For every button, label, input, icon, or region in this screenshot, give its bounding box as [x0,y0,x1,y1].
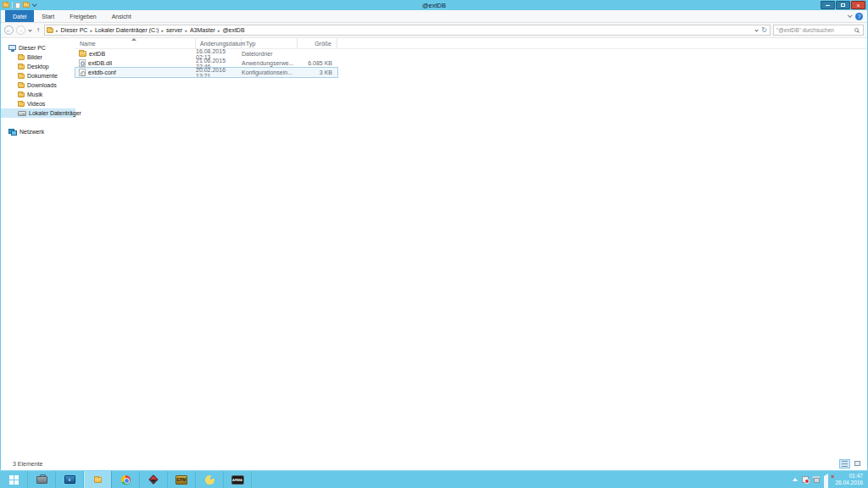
system-tray: 01:47 26.04.2016 [793,471,868,488]
epm-app-icon: EPM [175,475,187,485]
details-view-button[interactable] [839,459,850,469]
search-box[interactable] [773,25,864,36]
chrome-icon [121,475,131,485]
tab-ansicht[interactable]: Ansicht [104,10,139,22]
show-hidden-icons-chevron-icon[interactable] [793,478,798,481]
folder-icon [79,51,86,57]
minimize-ribbon-chevron-icon[interactable] [848,13,853,18]
qat-separator [12,2,13,8]
start-button[interactable] [0,471,28,488]
refresh-icon[interactable]: ↻ [761,27,767,34]
drive-icon [18,111,26,116]
folder-icon [18,55,25,60]
sidebar-item-dokumente[interactable]: Dokumente [1,71,75,80]
windows-logo-icon [9,475,19,485]
sidebar-item-label: Videos [27,101,45,107]
taskbar-server-manager-button[interactable] [28,471,56,488]
tab-freigeben[interactable]: Freigeben [62,10,104,22]
file-row-extdb-conf[interactable]: extdb-conf 20.02.2016 13:21 Konfiguratio… [75,68,337,77]
breadcrumb-server[interactable]: server [159,27,182,33]
help-icon[interactable]: ? [855,13,863,20]
address-dropdown-chevron-icon[interactable] [755,28,759,31]
view-toggles [839,459,863,469]
taskbar-chrome-button[interactable] [112,471,140,488]
file-name-cell: extdb-conf [75,69,196,76]
thumbnails-view-icon [854,461,860,466]
sidebar-item-label: Netzwerk [19,129,44,135]
explorer-app-icon[interactable] [3,3,9,8]
back-button[interactable]: ← [4,25,14,35]
file-type-cell: Dateiordner [242,51,298,57]
sidebar-item-lokaler-datentraeger[interactable]: Lokaler Datenträger [1,108,75,118]
properties-icon[interactable] [15,3,20,8]
taskbar-epm-button[interactable]: EPM [168,471,196,488]
file-name-cell: extDB.dll [75,59,196,67]
taskbar-clock[interactable]: 01:47 26.04.2016 [835,473,863,486]
file-explorer-icon [94,477,102,483]
breadcrumb-dieser-pc[interactable]: Dieser PC [53,27,87,33]
explorer-window: @extDB × Datei Start Freigeben Ansicht ?… [0,0,868,470]
ribbon-tab-row: Datei Start Freigeben Ansicht ? [1,10,867,23]
taskbar: › EPM ARMA 01:47 26.04.2016 [0,470,868,488]
sidebar-item-label: Bilder [27,54,42,60]
taskbar-file-explorer-button[interactable] [84,471,112,488]
sidebar-item-desktop[interactable]: Desktop [1,62,75,71]
pacman-app-icon [205,475,214,485]
config-file-icon [79,69,86,76]
volume-muted-icon[interactable] [824,476,831,483]
sidebar-item-dieser-pc[interactable]: Dieser PC [1,43,75,53]
taskbar-pacman-app-button[interactable] [196,471,224,488]
item-count: 3 Elemente [13,461,42,467]
file-type-cell: Anwendungserwe... [242,60,298,66]
file-size-cell: 3 KB [298,69,337,75]
file-rows: extDB 16.08.2015 02:13 Dateiordner extDB… [75,49,337,77]
arma3-app-icon: ARMA [231,475,244,485]
breadcrumb-a3master[interactable]: A3Master [182,27,214,33]
thumbnails-view-button[interactable] [852,459,863,469]
sidebar-item-label: Musik [27,92,42,97]
breadcrumb-lokaler-datentraeger[interactable]: Lokaler Datenträger (C:) [87,27,159,33]
new-folder-icon[interactable] [23,3,30,8]
folder-icon [18,102,25,107]
column-header-aenderungsdatum[interactable]: Änderungsdatum [196,38,242,48]
taskbar-arma3-button[interactable]: ARMA [224,471,252,488]
quick-access-toolbar [3,2,36,8]
breadcrumb-extdb[interactable]: @extDB [215,27,245,33]
recent-locations-chevron-icon[interactable] [28,28,31,31]
breadcrumb: Dieser PC Lokaler Datenträger (C:) serve… [53,27,754,33]
navigation-pane: Dieser PC Bilder Desktop Dokumente Downl… [1,38,75,457]
tab-datei[interactable]: Datei [5,10,34,22]
search-icon[interactable] [854,28,859,32]
forward-button[interactable]: → [16,25,25,35]
file-size-cell: 6.085 KB [298,60,337,66]
column-header-typ[interactable]: Typ [242,38,298,48]
computer-icon [8,45,16,50]
clock-date: 26.04.2016 [835,480,863,486]
action-center-icon[interactable] [802,476,809,483]
maximize-button[interactable] [836,1,850,9]
sort-ascending-icon [131,38,136,41]
close-button[interactable]: × [851,1,865,9]
tab-start[interactable]: Start [34,10,62,22]
window-title: @extDB [1,2,867,9]
sidebar-item-bilder[interactable]: Bilder [1,53,75,62]
column-header-name[interactable]: Name [75,38,196,48]
sidebar-item-downloads[interactable]: Downloads [1,80,75,90]
column-header-groesse[interactable]: Größe [298,38,337,48]
speaker-icon [824,474,828,488]
minimize-button[interactable] [821,1,835,9]
up-button[interactable]: ↑ [36,26,40,34]
folder-icon [18,74,25,79]
sidebar-item-musik[interactable]: Musik [1,90,75,99]
address-box[interactable]: Dieser PC Lokaler Datenträger (C:) serve… [44,25,771,36]
sidebar-item-videos[interactable]: Videos [1,99,75,108]
folder-icon [18,92,25,97]
sidebar-item-netzwerk[interactable]: Netzwerk [1,127,75,136]
taskbar-powershell-button[interactable]: › [56,471,84,488]
address-bar-row: ← → ↑ Dieser PC Lokaler Datenträger (C:)… [1,23,867,38]
folder-icon [18,64,25,69]
taskbar-diamond-app-button[interactable] [140,471,168,488]
column-header-row: Name Änderungsdatum Typ Größe [75,38,867,49]
search-input[interactable] [776,27,854,33]
tray-network-icon[interactable] [813,476,820,483]
